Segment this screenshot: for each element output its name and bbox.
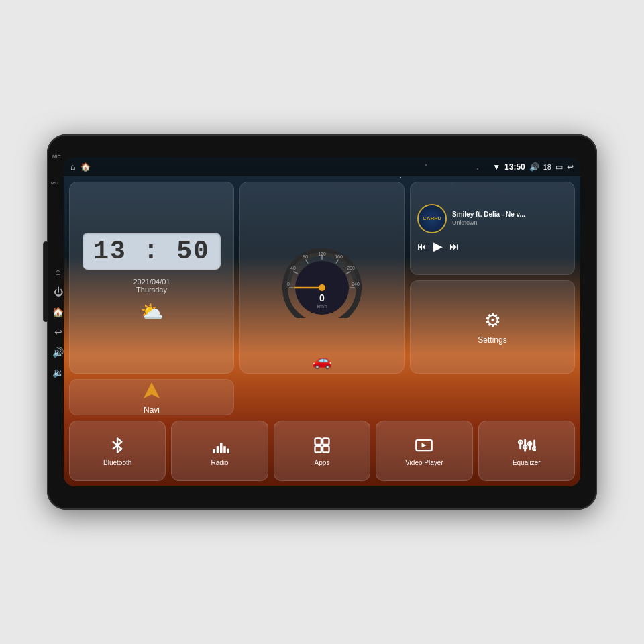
music-title: Smiley ft. Delia - Ne v... xyxy=(452,211,568,218)
music-controls: ⏮ ▶ ⏭ xyxy=(417,239,568,254)
speedometer-widget: 0 40 80 120 160 200 240 xyxy=(239,182,405,374)
prev-button[interactable]: ⏮ xyxy=(417,241,427,252)
svg-rect-29 xyxy=(323,446,329,452)
video-player-button[interactable]: Video Player xyxy=(376,421,472,481)
svg-text:200: 200 xyxy=(347,266,355,270)
music-top-row: CARFU Smiley ft. Delia - Ne v... Unknown xyxy=(417,204,568,233)
bottom-row: Bluetooth Radio xyxy=(69,421,575,481)
svg-rect-24 xyxy=(223,446,226,453)
apps-icon xyxy=(313,436,331,455)
svg-rect-28 xyxy=(315,446,321,452)
volume-icon: 🔊 xyxy=(529,162,539,172)
weather-icon: ⛅ xyxy=(140,301,164,323)
settings-icon: ⚙ xyxy=(484,309,501,331)
svg-text:120: 120 xyxy=(318,252,326,256)
music-info: Smiley ft. Delia - Ne v... Unknown xyxy=(452,211,568,226)
svg-rect-26 xyxy=(315,438,321,444)
music-artist: Unknown xyxy=(452,219,568,226)
home2-bezel-icon[interactable]: 🏠 xyxy=(52,307,64,317)
volume-level: 18 xyxy=(543,163,551,171)
svg-text:40: 40 xyxy=(290,266,296,270)
music-widget-inner: CARFU Smiley ft. Delia - Ne v... Unknown… xyxy=(417,204,568,254)
svg-text:240: 240 xyxy=(352,282,360,286)
house-status-icon[interactable]: 🏠 xyxy=(80,162,91,172)
svg-marker-31 xyxy=(422,443,427,447)
video-player-label: Video Player xyxy=(405,459,443,466)
settings-widget[interactable]: ⚙ Settings xyxy=(410,280,575,374)
rst-label: RST xyxy=(51,181,59,185)
bluetooth-button[interactable]: Bluetooth xyxy=(69,421,166,481)
svg-text:0: 0 xyxy=(287,282,290,286)
svg-rect-21 xyxy=(213,449,215,453)
apps-button[interactable]: Apps xyxy=(274,421,370,481)
home-bezel-icon[interactable]: ⌂ xyxy=(55,266,60,277)
svg-text:0: 0 xyxy=(319,292,325,303)
status-left: ⌂ 🏠 xyxy=(70,162,91,172)
play-button[interactable]: ▶ xyxy=(433,239,443,254)
window-icon: ▭ xyxy=(555,162,563,172)
settings-label: Settings xyxy=(478,335,506,345)
car-head-unit: MIC RST ⌂ ⏻ 🏠 ↩ 🔊 🔉 ⌂ 🏠 ▼ xyxy=(47,134,597,510)
radio-label: Radio xyxy=(211,459,229,466)
side-button-strip xyxy=(43,241,48,322)
bezel-icons: ⌂ ⏻ 🏠 ↩ 🔊 🔉 xyxy=(52,266,64,378)
main-content: 13 : 50 2021/04/01 Thursday ⛅ xyxy=(64,176,580,486)
navi-label: Navi xyxy=(144,405,160,415)
status-time: 13:50 xyxy=(504,162,525,172)
svg-rect-22 xyxy=(216,446,219,453)
screen: ⌂ 🏠 ▼ 13:50 🔊 18 ▭ ↩ 13 : 50 xyxy=(64,158,580,486)
apps-label: Apps xyxy=(315,459,330,466)
status-bar: ⌂ 🏠 ▼ 13:50 🔊 18 ▭ ↩ xyxy=(64,158,580,176)
clock-display: 13 : 50 xyxy=(83,233,221,270)
svg-rect-25 xyxy=(227,448,229,453)
bluetooth-icon xyxy=(108,436,127,455)
radio-button[interactable]: Radio xyxy=(171,421,268,481)
speedometer-svg: 0 40 80 120 160 200 240 xyxy=(268,237,376,318)
status-right: ▼ 13:50 🔊 18 ▭ ↩ xyxy=(492,162,574,172)
back-icon: ↩ xyxy=(567,162,574,172)
top-grid: 13 : 50 2021/04/01 Thursday ⛅ xyxy=(69,182,575,415)
svg-text:80: 80 xyxy=(303,254,308,259)
wifi-icon: ▼ xyxy=(492,162,500,172)
music-logo: CARFU xyxy=(417,204,447,233)
vol-down-bezel-icon[interactable]: 🔉 xyxy=(52,367,64,378)
vol-up-bezel-icon[interactable]: 🔊 xyxy=(52,347,64,358)
car-icon: 🚗 xyxy=(312,351,332,370)
mic-label: MIC xyxy=(52,154,61,159)
svg-text:160: 160 xyxy=(335,254,343,259)
home-status-icon[interactable]: ⌂ xyxy=(70,162,75,172)
next-button[interactable]: ⏭ xyxy=(449,241,459,252)
bluetooth-label: Bluetooth xyxy=(103,459,131,466)
clock-time: 13 : 50 xyxy=(93,237,210,266)
back-bezel-icon[interactable]: ↩ xyxy=(54,327,62,337)
clock-day: Thursday xyxy=(136,286,167,294)
video-player-icon xyxy=(415,436,433,455)
svg-rect-23 xyxy=(220,443,223,453)
svg-text:km/h: km/h xyxy=(317,304,327,309)
equalizer-icon xyxy=(517,436,536,455)
clock-date: 2021/04/01 xyxy=(133,278,170,286)
power-bezel-icon[interactable]: ⏻ xyxy=(54,286,63,297)
svg-point-17 xyxy=(319,284,325,291)
svg-marker-20 xyxy=(144,382,160,398)
radio-icon xyxy=(211,436,229,455)
svg-rect-27 xyxy=(323,438,329,444)
navi-icon xyxy=(141,380,162,401)
equalizer-label: Equalizer xyxy=(513,459,541,466)
clock-widget: 13 : 50 2021/04/01 Thursday ⛅ xyxy=(69,182,234,374)
equalizer-button[interactable]: Equalizer xyxy=(478,421,575,481)
navi-widget[interactable]: Navi xyxy=(69,379,234,415)
music-widget[interactable]: CARFU Smiley ft. Delia - Ne v... Unknown… xyxy=(410,182,575,275)
